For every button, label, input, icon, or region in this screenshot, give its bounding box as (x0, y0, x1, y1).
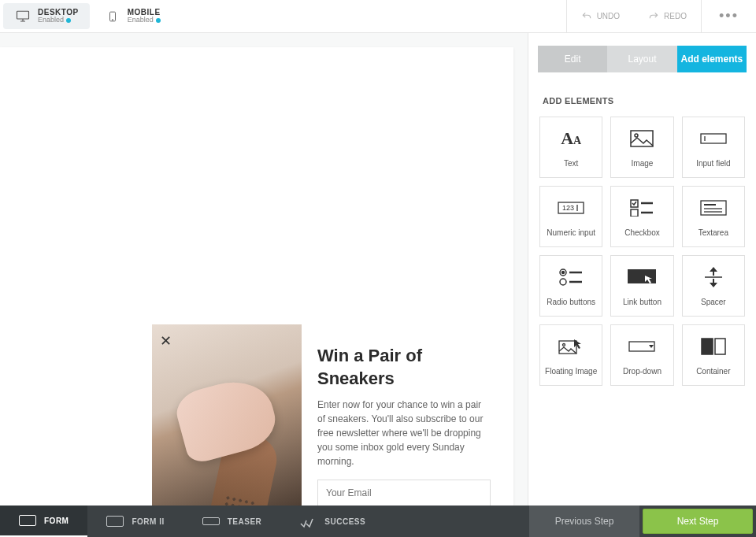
svg-point-26 (563, 343, 565, 346)
numeric-input-icon: 123 (558, 197, 584, 219)
undo-label: UNDO (597, 12, 620, 20)
undo-button[interactable]: UNDO (567, 0, 634, 32)
device-toggle-mobile[interactable]: MOBILE Enabled (93, 0, 172, 32)
element-label: Radio buttons (547, 298, 595, 306)
bottom-tab-form2[interactable]: FORM II (87, 506, 183, 537)
canvas-area[interactable]: ✕ Win a Pair of Sneakers Enter now for y… (0, 33, 528, 506)
textarea-icon (700, 197, 727, 219)
next-step-button[interactable]: Next Step (643, 509, 753, 534)
svg-point-2 (112, 19, 113, 20)
status-dot-icon (66, 18, 71, 23)
bottom-tab-label: FORM (44, 517, 69, 525)
popup-description: Enter now for your chance to win a pair … (317, 398, 491, 468)
popup-content: Win a Pair of Sneakers Enter now for you… (317, 324, 491, 506)
panel-section-title: ADD ELEMENTS (528, 72, 756, 117)
element-link-button[interactable]: Link button (610, 255, 673, 317)
bottom-tab-form[interactable]: FORM (0, 506, 87, 537)
success-tab-icon (299, 516, 317, 527)
spacer-icon (705, 266, 722, 288)
redo-button[interactable]: REDO (634, 0, 701, 32)
svg-rect-14 (701, 201, 726, 215)
panel-tabs: Edit Layout Add elements (538, 46, 747, 72)
redo-icon (648, 11, 659, 22)
dropdown-icon (628, 335, 655, 357)
dots-icon: ••• (719, 8, 739, 24)
bottom-tab-success[interactable]: SUCCESS (280, 506, 384, 537)
svg-point-4 (635, 134, 638, 137)
desktop-icon (14, 9, 32, 24)
svg-point-21 (560, 279, 566, 285)
container-icon (701, 335, 726, 357)
element-label: Spacer (701, 298, 726, 306)
floating-image-icon (558, 335, 584, 357)
more-menu-button[interactable]: ••• (701, 0, 756, 32)
popup-image: ✕ (152, 324, 302, 506)
link-button-icon (628, 266, 656, 288)
bottom-tab-label: SUCCESS (324, 517, 365, 526)
popup-title: Win a Pair of Sneakers (317, 345, 491, 390)
svg-rect-12 (631, 209, 638, 217)
element-container[interactable]: Container (682, 324, 745, 386)
element-dropdown[interactable]: Drop-down (610, 324, 673, 386)
popup-widget[interactable]: ✕ Win a Pair of Sneakers Enter now for y… (152, 324, 491, 506)
bottom-tab-label: TEASER (228, 517, 262, 526)
checkbox-icon (630, 197, 654, 219)
device-label-wrap: DESKTOP Enabled (38, 8, 79, 24)
element-label: Checkbox (624, 228, 659, 237)
bottom-tab-teaser[interactable]: TEASER (183, 506, 281, 537)
element-checkbox[interactable]: Checkbox (610, 186, 673, 247)
mobile-icon (104, 9, 121, 24)
element-radio-buttons[interactable]: Radio buttons (539, 255, 602, 317)
redo-label: REDO (664, 12, 687, 20)
element-spacer[interactable]: Spacer (682, 255, 745, 317)
device-status: Enabled (128, 17, 161, 24)
element-input-field[interactable]: Input field (682, 117, 745, 178)
previous-step-button[interactable]: Previous Step (529, 506, 639, 537)
element-textarea[interactable]: Textarea (682, 186, 745, 247)
svg-rect-29 (715, 339, 725, 354)
form2-tab-icon (106, 516, 124, 527)
element-label: Input field (696, 159, 730, 168)
input-field-icon (700, 128, 727, 150)
element-label: Drop-down (623, 367, 662, 376)
svg-text:123: 123 (562, 204, 574, 212)
tab-edit[interactable]: Edit (538, 46, 607, 72)
device-label-wrap: MOBILE Enabled (128, 8, 161, 24)
teaser-tab-icon (202, 517, 220, 525)
tab-add-elements[interactable]: Add elements (677, 46, 747, 72)
element-label: Text (564, 159, 578, 168)
bottom-bar: FORM FORM II TEASER SUCCESS Previous Ste… (0, 506, 756, 537)
bottom-right-actions: Previous Step Next Step (529, 506, 756, 537)
top-right-actions: UNDO REDO ••• (566, 0, 756, 32)
email-field[interactable] (317, 480, 491, 506)
element-label: Textarea (699, 228, 728, 237)
element-label: Numeric input (547, 228, 595, 237)
element-label: Floating Image (545, 367, 597, 376)
element-label: Image (632, 159, 654, 168)
bottom-tab-label: FORM II (132, 517, 164, 526)
device-toggle-desktop[interactable]: DESKTOP Enabled (3, 3, 90, 29)
elements-grid: AA Text Image Input field 123 Numeric in… (528, 117, 756, 386)
top-header: DESKTOP Enabled MOBILE Enabled UNDO REDO… (0, 0, 756, 33)
element-floating-image[interactable]: Floating Image (539, 324, 602, 386)
text-icon: AA (561, 128, 581, 150)
form-tab-icon (19, 515, 36, 526)
element-label: Container (696, 367, 730, 376)
svg-rect-0 (17, 11, 29, 19)
element-label: Link button (623, 298, 662, 306)
close-icon[interactable]: ✕ (160, 332, 172, 350)
image-icon (630, 128, 654, 150)
device-status: Enabled (38, 17, 79, 24)
svg-rect-28 (702, 339, 713, 354)
main-area: ✕ Win a Pair of Sneakers Enter now for y… (0, 33, 756, 506)
svg-point-19 (562, 271, 565, 273)
radio-icon (559, 266, 583, 288)
right-panel: Edit Layout Add elements ADD ELEMENTS AA… (528, 33, 756, 506)
element-text[interactable]: AA Text (539, 117, 602, 178)
element-numeric-input[interactable]: 123 Numeric input (539, 186, 602, 247)
svg-rect-3 (631, 131, 653, 146)
element-image[interactable]: Image (610, 117, 673, 178)
undo-icon (581, 11, 592, 22)
tab-layout[interactable]: Layout (607, 46, 676, 72)
canvas-page[interactable]: ✕ Win a Pair of Sneakers Enter now for y… (0, 47, 513, 506)
